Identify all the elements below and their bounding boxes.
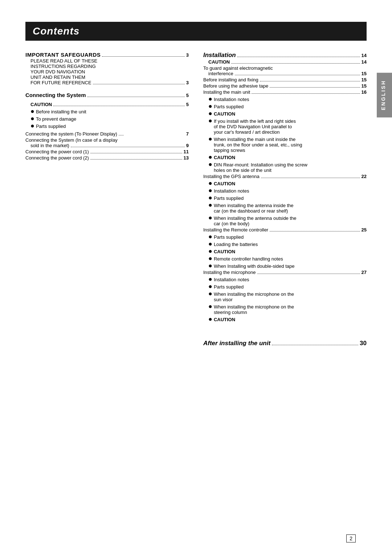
after-install-page: 30	[360, 340, 367, 347]
installation-page: 14	[362, 53, 367, 58]
inst-entry2: Before installing and fixing 15	[203, 77, 367, 82]
page-title: Contents	[25, 22, 367, 41]
bullet-prevent-damage: ● To prevent damage	[30, 115, 189, 122]
inst-entry3: Before using the adhesive tape 15	[203, 83, 367, 89]
inst-entry1: To guard against electromagnetic interfe…	[203, 65, 367, 76]
connecting-entry3: Connecting the power cord (1) 11	[25, 149, 189, 154]
page-number: 2	[346, 534, 356, 542]
connecting-page: 5	[186, 93, 189, 98]
mic-subs: ● Installation notes ● Parts supplied ● …	[203, 276, 367, 322]
connecting-section: Connecting the System 5	[25, 92, 189, 100]
safeguards-sub1: PLEASE READ ALL OF THESE INSTRUCTIONS RE…	[25, 58, 189, 85]
safeguards-header: IMPORTANT SAFEGUARDS	[25, 52, 101, 58]
installation-section: Installation 14	[203, 52, 367, 59]
after-install-header: After installing the unit	[203, 340, 270, 347]
inst-entry4: Installing the main unit 16	[203, 89, 367, 95]
main-unit-subs: ● Installation notes ● Parts supplied ● …	[203, 96, 367, 173]
connecting-entry2: Connecting the System (In case of a disp…	[25, 137, 189, 148]
after-install-section: After installing the unit 30	[203, 329, 367, 347]
safeguards-section: IMPORTANT SAFEGUARDS 3	[25, 52, 189, 58]
connecting-entry1: Connecting the system (To Pioneer Displa…	[25, 131, 189, 137]
right-column: Installation 14 CAUTION 14 To guard agai…	[203, 52, 367, 352]
installation-header: Installation	[203, 52, 236, 59]
dot-leader	[102, 56, 185, 57]
safeguards-page: 3	[186, 52, 189, 58]
remote-subs: ● Parts supplied ● Loading the batteries…	[203, 233, 367, 269]
bullet-before-installing: ● Before installing the unit	[30, 108, 189, 114]
inst-entry6: Installing the Remote controller 25	[203, 227, 367, 233]
connecting-sub: CAUTION 5 ● Before installing the unit ●…	[25, 102, 189, 129]
content-columns: IMPORTANT SAFEGUARDS 3 PLEASE READ ALL O…	[25, 52, 367, 352]
left-column: IMPORTANT SAFEGUARDS 3 PLEASE READ ALL O…	[25, 52, 189, 352]
bullet-parts-supplied: ● Parts supplied	[30, 122, 189, 129]
connecting-entry4: Connecting the power cord (2) 13	[25, 155, 189, 161]
side-tab: ENGLISH	[377, 73, 392, 117]
title-text: Contents	[33, 25, 79, 37]
inst-entry5: Installing the GPS antenna 22	[203, 174, 367, 179]
installation-sub: CAUTION 14	[203, 59, 367, 65]
inst-entry7: Installing the microphone 27	[203, 270, 367, 275]
connecting-header: Connecting the System	[25, 92, 86, 98]
page: Contents ENGLISH IMPORTANT SAFEGUARDS 3 …	[0, 0, 392, 557]
gps-subs: ● CAUTION ● Installation notes ● Parts s…	[203, 180, 367, 226]
